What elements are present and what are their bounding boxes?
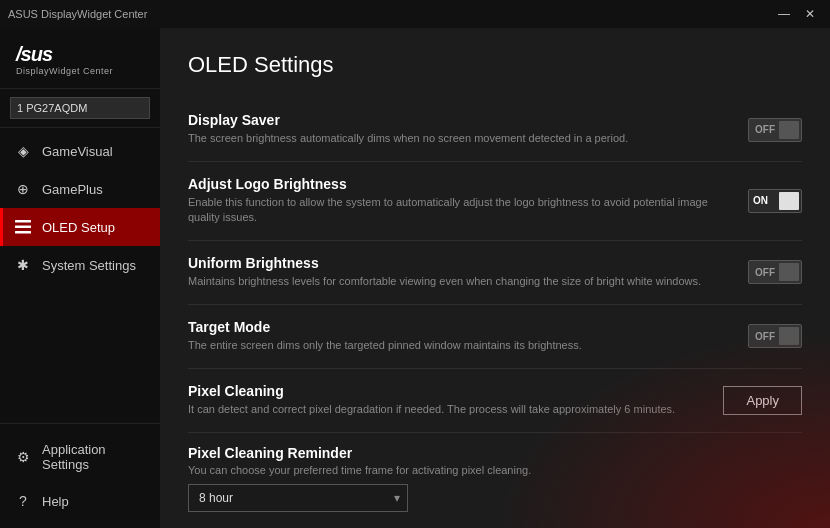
- setting-target-mode: Target Mode The entire screen dims only …: [188, 305, 802, 369]
- target-mode-info: Target Mode The entire screen dims only …: [188, 319, 748, 353]
- uniform-brightness-toggle[interactable]: OFF: [748, 260, 802, 284]
- svg-rect-0: [15, 220, 31, 223]
- sidebar-item-system-settings[interactable]: ✱ System Settings: [0, 246, 160, 284]
- pixel-cleaning-reminder-desc: You can choose your preferred time frame…: [188, 464, 802, 476]
- sidebar-item-gameplus-label: GamePlus: [42, 182, 103, 197]
- display-saver-toggle-wrap: OFF: [748, 118, 802, 142]
- setting-display-saver: Display Saver The screen brightness auto…: [188, 98, 802, 162]
- pixel-cleaning-reminder-select-wrap: 4 hour 8 hour 12 hour 24 hour Never: [188, 484, 408, 512]
- uniform-brightness-desc: Maintains brightness levels for comforta…: [188, 274, 724, 289]
- sidebar-item-gamevisual[interactable]: ◈ GameVisual: [0, 132, 160, 170]
- titlebar: ASUS DisplayWidget Center — ✕: [0, 0, 830, 28]
- pixel-cleaning-reminder-select[interactable]: 4 hour 8 hour 12 hour 24 hour Never: [188, 484, 408, 512]
- sidebar-item-app-settings[interactable]: ⚙ Application Settings: [0, 432, 160, 482]
- gamevisual-icon: ◈: [14, 142, 32, 160]
- sidebar-item-help-label: Help: [42, 494, 69, 509]
- uniform-brightness-toggle-indicator: [779, 263, 799, 281]
- adjust-logo-toggle-label: ON: [753, 195, 768, 206]
- pixel-cleaning-info: Pixel Cleaning It can detect and correct…: [188, 383, 723, 417]
- system-settings-icon: ✱: [14, 256, 32, 274]
- uniform-brightness-label: Uniform Brightness: [188, 255, 724, 271]
- pixel-cleaning-control: Apply: [723, 386, 802, 415]
- sidebar-item-help[interactable]: ? Help: [0, 482, 160, 520]
- target-mode-label: Target Mode: [188, 319, 724, 335]
- pixel-cleaning-label: Pixel Cleaning: [188, 383, 699, 399]
- sidebar-item-oled-label: OLED Setup: [42, 220, 115, 235]
- app-title: ASUS DisplayWidget Center: [8, 8, 147, 20]
- adjust-logo-label: Adjust Logo Brightness: [188, 176, 724, 192]
- close-button[interactable]: ✕: [798, 5, 822, 23]
- target-mode-toggle[interactable]: OFF: [748, 324, 802, 348]
- target-mode-toggle-indicator: [779, 327, 799, 345]
- adjust-logo-toggle-wrap: ON: [748, 189, 802, 213]
- sidebar-item-oled-setup[interactable]: OLED Setup: [0, 208, 160, 246]
- app-settings-icon: ⚙: [14, 448, 32, 466]
- pixel-cleaning-desc: It can detect and correct pixel degradat…: [188, 402, 699, 417]
- monitor-select-wrap: 1 PG27AQDM: [0, 89, 160, 128]
- display-saver-desc: The screen brightness automatically dims…: [188, 131, 724, 146]
- sidebar-item-system-settings-label: System Settings: [42, 258, 136, 273]
- adjust-logo-info: Adjust Logo Brightness Enable this funct…: [188, 176, 748, 226]
- sidebar-item-gameplus[interactable]: ⊕ GamePlus: [0, 170, 160, 208]
- display-saver-toggle-label: OFF: [755, 124, 775, 135]
- sidebar-item-app-settings-label: Application Settings: [42, 442, 146, 472]
- adjust-logo-toggle[interactable]: ON: [748, 189, 802, 213]
- pixel-cleaning-apply-button[interactable]: Apply: [723, 386, 802, 415]
- uniform-brightness-info: Uniform Brightness Maintains brightness …: [188, 255, 748, 289]
- page-title: OLED Settings: [188, 52, 802, 78]
- sidebar-item-gamevisual-label: GameVisual: [42, 144, 113, 159]
- content-area: OLED Settings Display Saver The screen b…: [160, 28, 830, 528]
- sidebar-nav: ◈ GameVisual ⊕ GamePlus OLED Setup ✱: [0, 128, 160, 423]
- setting-adjust-logo: Adjust Logo Brightness Enable this funct…: [188, 162, 802, 241]
- sidebar: /sus DisplayWidget Center 1 PG27AQDM ◈ G…: [0, 28, 160, 528]
- target-mode-desc: The entire screen dims only the targeted…: [188, 338, 724, 353]
- uniform-brightness-toggle-label: OFF: [755, 267, 775, 278]
- help-icon: ?: [14, 492, 32, 510]
- display-saver-toggle[interactable]: OFF: [748, 118, 802, 142]
- setting-uniform-brightness: Uniform Brightness Maintains brightness …: [188, 241, 802, 305]
- window-controls: — ✕: [772, 5, 822, 23]
- display-saver-label: Display Saver: [188, 112, 724, 128]
- display-saver-info: Display Saver The screen brightness auto…: [188, 112, 748, 146]
- pixel-cleaning-reminder-label: Pixel Cleaning Reminder: [188, 445, 802, 461]
- setting-pixel-cleaning: Pixel Cleaning It can detect and correct…: [188, 369, 802, 433]
- svg-rect-1: [15, 226, 31, 229]
- sidebar-logo: /sus DisplayWidget Center: [0, 28, 160, 89]
- minimize-button[interactable]: —: [772, 5, 796, 23]
- display-saver-toggle-indicator: [779, 121, 799, 139]
- oled-setup-icon: [14, 218, 32, 236]
- target-mode-toggle-wrap: OFF: [748, 324, 802, 348]
- sidebar-bottom: ⚙ Application Settings ? Help: [0, 423, 160, 520]
- target-mode-toggle-label: OFF: [755, 331, 775, 342]
- monitor-select[interactable]: 1 PG27AQDM: [10, 97, 150, 119]
- main-layout: /sus DisplayWidget Center 1 PG27AQDM ◈ G…: [0, 28, 830, 528]
- uniform-brightness-toggle-wrap: OFF: [748, 260, 802, 284]
- svg-rect-2: [15, 231, 31, 234]
- asus-logo: /sus: [16, 44, 144, 64]
- sidebar-subtitle: DisplayWidget Center: [16, 66, 144, 76]
- adjust-logo-toggle-indicator: [779, 192, 799, 210]
- gameplus-icon: ⊕: [14, 180, 32, 198]
- adjust-logo-desc: Enable this function to allow the system…: [188, 195, 724, 226]
- setting-pixel-cleaning-reminder: Pixel Cleaning Reminder You can choose y…: [188, 433, 802, 528]
